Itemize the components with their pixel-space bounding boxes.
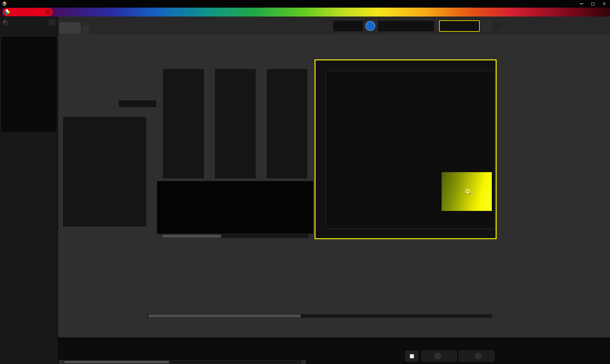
calman-app-window: × xyxy=(0,0,610,364)
scroll-right-icon[interactable] xyxy=(301,361,306,364)
swatch-strip-scrollbar[interactable] xyxy=(157,234,313,238)
table-scrollbar[interactable] xyxy=(143,314,497,318)
meter-count-badge xyxy=(365,21,375,31)
pattern-window-button[interactable] xyxy=(405,351,418,361)
add-tab-button[interactable] xyxy=(82,25,90,34)
cie-y-axis xyxy=(315,71,325,229)
scrollbar-thumb[interactable] xyxy=(162,235,221,238)
cie-1976-panel xyxy=(315,59,497,239)
delta-h-chart xyxy=(266,69,308,179)
delta-h-y-axis xyxy=(255,69,264,179)
back-arrow-icon xyxy=(434,353,441,360)
deltae-x-axis xyxy=(63,228,147,233)
actual-target-strip xyxy=(157,181,313,234)
panel-close-icon[interactable] xyxy=(493,22,501,30)
workflow-tree xyxy=(1,37,57,131)
meter-status-icon[interactable] xyxy=(3,20,8,25)
delta-l-chart xyxy=(163,69,204,179)
sidebar-collapse-button[interactable] xyxy=(49,19,56,26)
calman-diamond-icon xyxy=(4,9,10,15)
calman-menu-button[interactable] xyxy=(3,8,53,16)
maximize-button[interactable] xyxy=(587,0,599,8)
inset-measured-marker xyxy=(469,193,471,194)
close-button[interactable]: × xyxy=(599,0,610,8)
pattern-window-icon xyxy=(410,354,414,358)
delta-l-y-axis xyxy=(152,69,161,179)
scrollbar-thumb[interactable] xyxy=(64,361,169,363)
pattern-strip-scrollbar[interactable] xyxy=(59,360,306,364)
delta-c-y-axis xyxy=(204,69,213,179)
next-button[interactable] xyxy=(459,351,494,361)
scroll-left-icon[interactable] xyxy=(157,234,162,238)
inset-target-marker xyxy=(466,189,469,193)
pattern-strip xyxy=(58,337,610,364)
actual-row-label xyxy=(158,184,162,203)
de-formula-dropdown[interactable] xyxy=(118,100,157,108)
sidebar xyxy=(0,17,58,364)
scrollbar-thumb[interactable] xyxy=(148,314,301,317)
scroll-right-icon[interactable] xyxy=(492,314,496,318)
app-logo-icon xyxy=(2,1,7,7)
cie-x-axis xyxy=(326,231,494,236)
display-control-dropdown[interactable] xyxy=(439,20,480,32)
pattern-generator-dropdown[interactable] xyxy=(377,20,435,32)
colorchecker-table xyxy=(143,245,497,313)
scroll-left-icon[interactable] xyxy=(59,361,64,364)
scroll-left-icon[interactable] xyxy=(143,314,148,318)
delta-c-chart xyxy=(214,69,256,179)
next-arrow-icon xyxy=(475,353,482,360)
tab-history-1[interactable] xyxy=(59,22,81,34)
titlebar: × xyxy=(0,0,610,8)
deltae-chart xyxy=(63,117,147,227)
back-button[interactable] xyxy=(421,351,457,361)
meter-dropdown[interactable] xyxy=(333,20,363,32)
scroll-right-icon[interactable] xyxy=(308,234,313,238)
cie-zoom-inset xyxy=(442,172,492,211)
calman-menu-chevron-icon xyxy=(45,10,51,15)
brand-gradient-bar xyxy=(0,8,610,17)
gear-icon[interactable] xyxy=(482,21,492,31)
target-row-label xyxy=(158,204,162,223)
minimize-button[interactable] xyxy=(576,0,587,8)
